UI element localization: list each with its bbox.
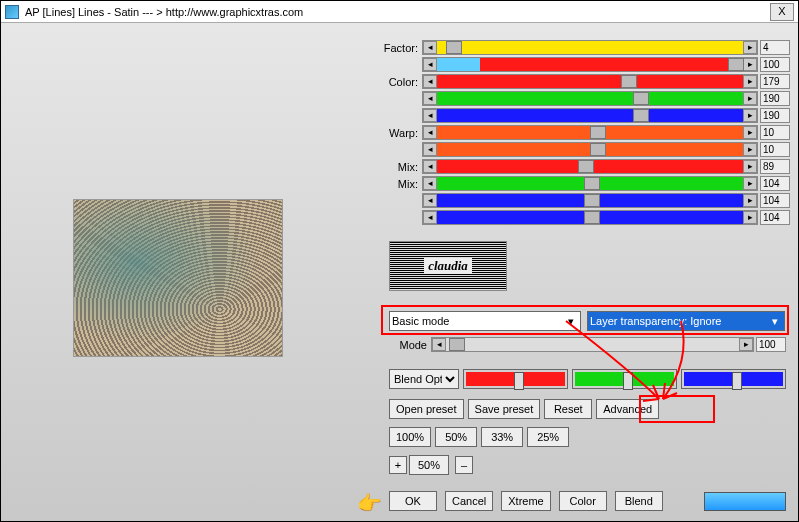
arrow-right-icon[interactable]: ▸ [743,126,757,139]
slider-row: Color:◂▸179 [380,73,790,90]
ok-button[interactable]: OK [389,491,437,511]
percent-button[interactable]: 25% [527,427,569,447]
reset-button[interactable]: Reset [544,399,592,419]
slider-row: ◂▸10 [380,141,790,158]
percent-row: 100%50%33%25% [389,427,573,447]
titlebar: AP [Lines] Lines - Satin --- > http://ww… [1,1,798,23]
arrow-right-icon[interactable]: ▸ [743,109,757,122]
arrow-left-icon[interactable]: ◂ [423,143,437,156]
slider-label: Factor: [380,42,422,54]
percent-button[interactable]: 100% [389,427,431,447]
slider-label: Color: [380,76,422,88]
slider-value[interactable]: 10 [760,125,790,140]
cancel-button[interactable]: Cancel [445,491,493,511]
preview-image [73,199,283,357]
pointer-icon: 👉 [357,491,382,515]
slider-scrollbar[interactable]: ◂▸ [422,142,758,157]
layer-transparency-label: Layer transparency: Ignore [590,315,721,327]
slider-scrollbar[interactable]: ◂▸ [422,125,758,140]
slider-scrollbar[interactable]: ◂▸ [422,74,758,89]
window-title: AP [Lines] Lines - Satin --- > http://ww… [25,6,770,18]
layer-transparency-combo[interactable]: Layer transparency: Ignore ▾ [587,311,785,331]
blend-row: Blend Opti [389,369,786,389]
slider-value[interactable]: 190 [760,108,790,123]
logo-area: claudia [389,231,507,291]
slider-scrollbar[interactable]: ◂▸ [422,57,758,72]
arrow-right-icon[interactable]: ▸ [743,211,757,224]
arrow-left-icon[interactable]: ◂ [423,75,437,88]
blend-button[interactable]: Blend [615,491,663,511]
claudia-logo: claudia [389,241,507,291]
mode-label: Mode [389,339,431,351]
chevron-down-icon: ▾ [768,315,782,328]
slider-scrollbar[interactable]: ◂▸ [422,193,758,208]
blend-option-select[interactable]: Blend Opti [389,369,459,389]
arrow-left-icon[interactable]: ◂ [423,92,437,105]
basic-mode-combo[interactable]: Basic mode ▾ [389,311,581,331]
slider-value[interactable]: 104 [760,210,790,225]
arrow-left-icon[interactable]: ◂ [423,41,437,54]
zoom-out-button[interactable]: – [455,456,473,474]
arrow-right-icon[interactable]: ▸ [743,194,757,207]
arrow-right-icon[interactable]: ▸ [743,160,757,173]
slider-value[interactable]: 4 [760,40,790,55]
arrow-right-icon[interactable]: ▸ [743,75,757,88]
percent-button[interactable]: 33% [481,427,523,447]
arrow-right-icon[interactable]: ▸ [739,338,753,351]
slider-value[interactable]: 104 [760,193,790,208]
zoom-in-button[interactable]: + [389,456,407,474]
slider-row: Mix:◂▸89 [380,158,790,175]
percent-button[interactable]: 50% [435,427,477,447]
arrow-right-icon[interactable]: ▸ [743,92,757,105]
slider-value[interactable]: 190 [760,91,790,106]
close-button[interactable]: X [770,3,794,21]
arrow-left-icon[interactable]: ◂ [423,58,437,71]
color-swatch[interactable] [704,492,786,511]
arrow-left-icon[interactable]: ◂ [432,338,446,351]
arrow-left-icon[interactable]: ◂ [423,109,437,122]
slider-scrollbar[interactable]: ◂▸ [422,210,758,225]
arrow-right-icon[interactable]: ▸ [743,58,757,71]
slider-row: Warp:◂▸10 [380,124,790,141]
slider-row: Mix:◂▸104 [380,175,790,192]
save-preset-button[interactable]: Save preset [468,399,541,419]
red-blend-slider[interactable] [463,369,568,389]
slider-row: ◂▸190 [380,107,790,124]
basic-mode-label: Basic mode [392,315,449,327]
arrow-left-icon[interactable]: ◂ [423,126,437,139]
arrow-left-icon[interactable]: ◂ [423,177,437,190]
arrow-right-icon[interactable]: ▸ [743,143,757,156]
mode-slider-row: Mode ◂ ▸ 100 [389,337,786,352]
open-preset-button[interactable]: Open preset [389,399,464,419]
color-button[interactable]: Color [559,491,607,511]
arrow-right-icon[interactable]: ▸ [743,177,757,190]
slider-scrollbar[interactable]: ◂▸ [422,176,758,191]
slider-scrollbar[interactable]: ◂▸ [422,108,758,123]
arrow-left-icon[interactable]: ◂ [423,194,437,207]
mode-scrollbar[interactable]: ◂ ▸ [431,337,754,352]
slider-value[interactable]: 89 [760,159,790,174]
arrow-left-icon[interactable]: ◂ [423,160,437,173]
dialog-window: AP [Lines] Lines - Satin --- > http://ww… [0,0,799,522]
slider-scrollbar[interactable]: ◂▸ [422,40,758,55]
slider-value[interactable]: 10 [760,142,790,157]
mode-value[interactable]: 100 [756,337,786,352]
slider-label: Mix: [380,178,422,190]
slider-value[interactable]: 104 [760,176,790,191]
zoom-value[interactable]: 50% [409,455,449,475]
arrow-right-icon[interactable]: ▸ [743,41,757,54]
bottom-button-row: OK Cancel Xtreme Color Blend [389,491,786,511]
app-icon [5,5,19,19]
slider-scrollbar[interactable]: ◂▸ [422,91,758,106]
slider-scrollbar[interactable]: ◂▸ [422,159,758,174]
blue-blend-slider[interactable] [681,369,786,389]
slider-row: ◂▸104 [380,209,790,226]
slider-row: ◂▸190 [380,90,790,107]
slider-label: Mix: [380,161,422,173]
arrow-left-icon[interactable]: ◂ [423,211,437,224]
green-blend-slider[interactable] [572,369,677,389]
slider-value[interactable]: 100 [760,57,790,72]
logo-text: claudia [424,258,472,274]
xtreme-button[interactable]: Xtreme [501,491,550,511]
slider-value[interactable]: 179 [760,74,790,89]
